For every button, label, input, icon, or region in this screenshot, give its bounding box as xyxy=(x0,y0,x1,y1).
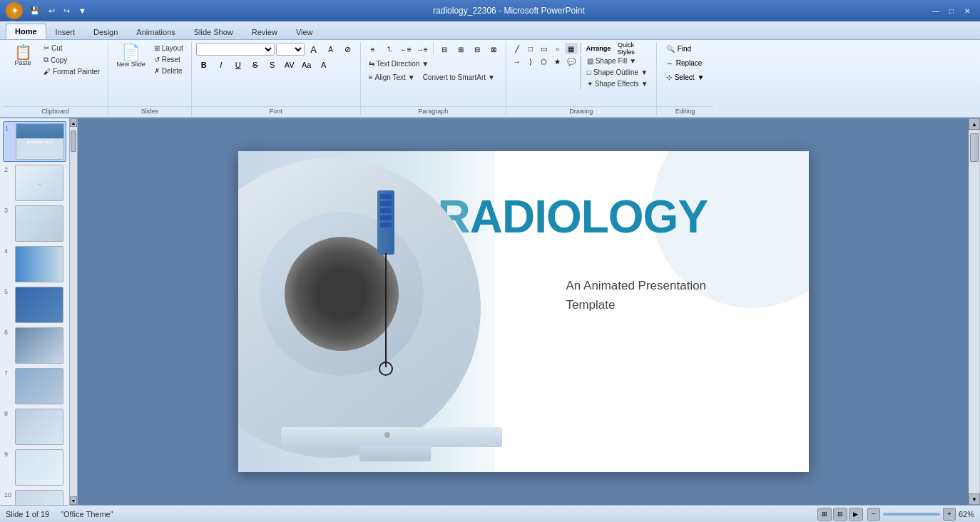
shape-roundrect-btn[interactable]: ▭ xyxy=(538,43,551,54)
slide-sorter-btn[interactable]: ⊟ xyxy=(833,508,847,521)
slide-scroll-thumb[interactable] xyxy=(71,130,76,152)
slide-thumb-10[interactable]: 10 xyxy=(3,488,66,505)
maximize-btn[interactable]: □ xyxy=(944,5,959,16)
slide-thumb-3[interactable]: 3 xyxy=(3,204,66,243)
zoom-out-btn[interactable]: − xyxy=(867,508,880,521)
text-direction-icon: ⇆ xyxy=(369,60,374,68)
shape-fill-btn[interactable]: ▧ Shape Fill ▼ xyxy=(583,56,652,66)
slideshow-btn[interactable]: ▶ xyxy=(849,508,863,521)
slide-scroll-down[interactable]: ▼ xyxy=(70,496,77,505)
col4-btn[interactable]: ⊠ xyxy=(486,43,501,56)
undo-quick-btn[interactable]: ↩ xyxy=(46,5,58,17)
panel-strip-4 xyxy=(380,215,392,220)
text-direction-btn[interactable]: ⇆ Text Direction ▼ xyxy=(365,58,432,69)
cut-button[interactable]: ✂ Cut xyxy=(40,43,103,53)
shape-chevron-btn[interactable]: ⟩ xyxy=(524,56,537,67)
italic-button[interactable]: I xyxy=(213,58,229,71)
shape-callout-btn[interactable]: 💬 xyxy=(565,56,578,67)
office-button[interactable]: ✦ xyxy=(6,2,23,19)
slide-scroll-up[interactable]: ▲ xyxy=(70,118,77,127)
slide-thumb-4[interactable]: 4 xyxy=(3,245,66,284)
font-name-select[interactable] xyxy=(196,43,275,56)
tab-review[interactable]: Review xyxy=(243,24,287,39)
slide-thumb-1[interactable]: 1 RADIOLOGY xyxy=(3,121,66,162)
bold-button[interactable]: B xyxy=(196,58,212,71)
copy-icon: ⧉ xyxy=(44,56,49,64)
scroll-up-btn[interactable]: ▲ xyxy=(969,118,980,130)
paste-button[interactable]: 📋 Paste xyxy=(7,43,39,69)
tab-home[interactable]: Home xyxy=(6,24,46,39)
increase-font-btn[interactable]: A xyxy=(306,43,322,56)
shape-star-btn[interactable]: ★ xyxy=(551,56,564,67)
close-btn[interactable]: ✕ xyxy=(960,5,974,16)
shadow-button[interactable]: S xyxy=(265,58,280,71)
paste-label: Paste xyxy=(14,59,31,67)
zoom-slider[interactable] xyxy=(883,513,940,516)
shape-effects-btn[interactable]: ✦ Shape Effects ▼ xyxy=(583,78,652,89)
tab-animations[interactable]: Animations xyxy=(127,24,184,39)
strikethrough-button[interactable]: S xyxy=(247,58,263,71)
arrange-btn[interactable]: Arrange xyxy=(583,43,614,54)
clear-format-btn[interactable]: ⊘ xyxy=(340,43,356,56)
decrease-indent-btn[interactable]: ←≡ xyxy=(398,43,414,56)
reset-button[interactable]: ↺ Reset xyxy=(150,54,187,65)
layout-button[interactable]: ⊞ Layout xyxy=(150,43,187,53)
main-slide[interactable]: RADIOLOGY An Animated Presentation Templ… xyxy=(238,151,809,472)
slide-panel: 1 RADIOLOGY 2 … 3 4 5 xyxy=(0,118,70,505)
slide-thumb-6[interactable]: 6 xyxy=(3,326,66,365)
shape-outline-btn[interactable]: □ Shape Outline ▼ xyxy=(583,67,652,78)
redo-quick-btn[interactable]: ↪ xyxy=(61,5,73,17)
col3-btn[interactable]: ⊟ xyxy=(469,43,485,56)
shape-pentagon-btn[interactable]: ⬠ xyxy=(538,56,551,67)
shape-oval-btn[interactable]: ○ xyxy=(551,43,564,54)
underline-button[interactable]: U xyxy=(230,58,246,71)
slide-thumb-9[interactable]: 9 xyxy=(3,448,66,487)
format-painter-button[interactable]: 🖌 Format Painter xyxy=(40,66,103,77)
find-button[interactable]: 🔍 Find xyxy=(661,43,696,55)
new-slide-button[interactable]: 📄 New Slide xyxy=(113,43,149,71)
smartart-btn[interactable]: Convert to SmartArt ▼ xyxy=(419,72,499,83)
tab-design[interactable]: Design xyxy=(84,24,127,39)
replace-button[interactable]: ↔ Replace xyxy=(661,57,708,69)
char-spacing-btn[interactable]: AV xyxy=(282,58,297,71)
slide-thumb-2[interactable]: 2 … xyxy=(3,163,66,203)
zoom-in-btn[interactable]: + xyxy=(943,508,956,521)
shape-line-btn[interactable]: ╱ xyxy=(511,43,524,54)
col1-btn[interactable]: ⊟ xyxy=(437,43,452,56)
slide-thumb-7[interactable]: 7 xyxy=(3,367,66,406)
slide-num-10: 10 xyxy=(4,491,13,498)
qa-dropdown-btn[interactable]: ▼ xyxy=(76,5,89,16)
slide-thumb-8[interactable]: 8 xyxy=(3,407,66,446)
numbering-btn[interactable]: ⒈ xyxy=(382,43,397,56)
shape-arrow-btn[interactable]: → xyxy=(511,56,524,67)
tab-slideshow[interactable]: Slide Show xyxy=(185,24,243,39)
select-button[interactable]: ⊹ Select ▼ xyxy=(661,71,710,83)
copy-button[interactable]: ⧉ Copy xyxy=(40,54,103,66)
shape-fill-icon: ▧ xyxy=(587,57,593,65)
normal-view-btn[interactable]: ⊞ xyxy=(817,508,832,521)
decrease-font-btn[interactable]: A xyxy=(323,43,339,56)
right-scrollbar[interactable]: ▲ ▼ xyxy=(969,118,980,505)
delete-button[interactable]: ✗ Delete xyxy=(150,66,187,76)
tab-view[interactable]: View xyxy=(287,24,322,39)
save-quick-btn[interactable]: 💾 xyxy=(27,5,43,17)
shape-effects-label: Shape Effects xyxy=(595,80,639,88)
align-text-btn[interactable]: ≡ Align Text ▼ xyxy=(365,72,419,83)
slide-panel-scrollbar[interactable]: ▲ ▼ xyxy=(70,118,77,505)
col2-btn[interactable]: ⊞ xyxy=(453,43,469,56)
minimize-btn[interactable]: — xyxy=(929,5,943,16)
mri-table-btn xyxy=(384,432,390,438)
mri-control-panel xyxy=(377,190,394,255)
slide-thumb-5[interactable]: 5 xyxy=(3,285,66,324)
font-color-btn[interactable]: A xyxy=(316,58,332,71)
shape-more-btn[interactable]: ▦ xyxy=(565,43,578,54)
font-size-select[interactable] xyxy=(276,43,305,56)
scroll-thumb[interactable] xyxy=(970,133,979,162)
shape-rect-btn[interactable]: □ xyxy=(524,43,537,54)
change-case-btn[interactable]: Aa xyxy=(299,58,315,71)
tab-insert[interactable]: Insert xyxy=(46,24,85,39)
bullets-btn[interactable]: ≡ xyxy=(365,43,381,56)
quick-styles-btn[interactable]: QuickStyles xyxy=(614,43,638,54)
scroll-down-btn[interactable]: ▼ xyxy=(969,493,980,505)
increase-indent-btn[interactable]: →≡ xyxy=(414,43,430,56)
